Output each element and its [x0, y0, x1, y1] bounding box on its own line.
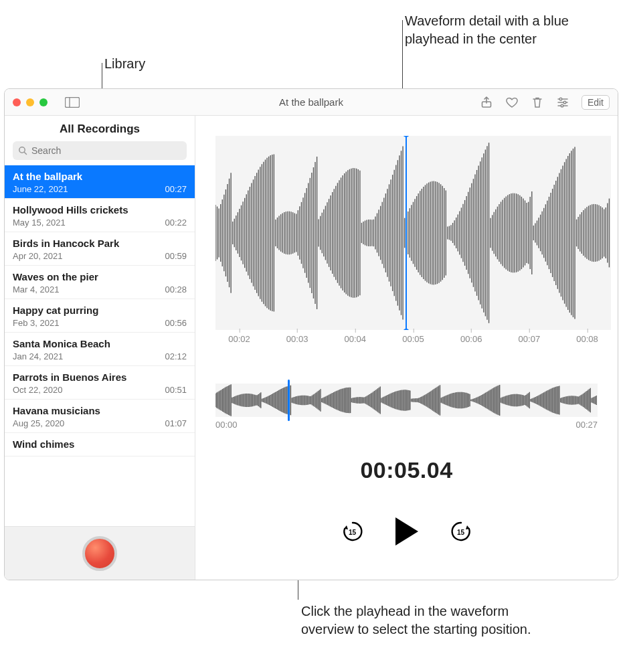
recording-duration: 00:51	[165, 385, 187, 395]
recording-meta: Feb 3, 202100:56	[13, 318, 187, 328]
timeline-tick: 00:02	[228, 334, 250, 344]
recording-item[interactable]: Wind chimes	[5, 433, 195, 456]
zoom-window-icon[interactable]	[39, 98, 48, 106]
recording-name: Hollywood Hills crickets	[13, 204, 187, 216]
close-window-icon[interactable]	[13, 98, 21, 106]
callout-overview-hint: Click the playhead in the waveform overv…	[301, 602, 542, 639]
svg-point-7	[563, 101, 566, 104]
favorite-icon[interactable]	[505, 96, 519, 109]
play-button[interactable]	[395, 517, 418, 545]
search-icon	[18, 146, 27, 155]
playhead[interactable]	[406, 136, 407, 330]
recording-meta: Aug 25, 202001:07	[13, 418, 187, 428]
recording-item[interactable]: Santa Monica BeachJan 24, 202102:12	[5, 333, 195, 366]
sidebar-header: All Recordings	[5, 116, 195, 141]
skip-back-button[interactable]: 15	[341, 519, 365, 543]
recording-duration: 02:12	[165, 351, 187, 361]
recording-duration: 00:56	[165, 318, 187, 328]
recording-item[interactable]: Happy cat purringFeb 3, 202100:56	[5, 299, 195, 333]
waveform-detail[interactable]	[215, 136, 611, 330]
recording-name: Parrots in Buenos Aires	[13, 371, 187, 383]
trash-icon[interactable]	[531, 96, 544, 109]
search-input-wrap[interactable]	[13, 141, 187, 160]
recording-meta: June 22, 202100:27	[13, 184, 187, 194]
edit-button[interactable]: Edit	[582, 95, 610, 110]
sidebar-toggle-button[interactable]	[65, 97, 80, 108]
settings-sliders-icon[interactable]	[556, 96, 569, 109]
window-controls	[13, 98, 48, 106]
recording-date: Jan 24, 2021	[13, 351, 63, 361]
playback-controls: 15 15	[195, 517, 618, 545]
timeline-tick: 00:06	[460, 334, 482, 344]
recording-item[interactable]: Hollywood Hills cricketsMay 15, 202100:2…	[5, 199, 195, 232]
recording-date: June 22, 2021	[13, 184, 68, 194]
record-button[interactable]	[82, 536, 117, 571]
recording-date: Feb 3, 2021	[13, 318, 59, 328]
recording-item[interactable]: Parrots in Buenos AiresOct 22, 202000:51	[5, 366, 195, 400]
recording-name: Havana musicians	[13, 405, 187, 416]
recording-date: Apr 20, 2021	[13, 251, 62, 261]
recording-meta: Jan 24, 202102:12	[13, 351, 187, 361]
recording-date: Mar 4, 2021	[13, 284, 59, 295]
timeline-tick: 00:05	[402, 334, 424, 344]
recording-item[interactable]: Havana musiciansAug 25, 202001:07	[5, 400, 195, 433]
timeline-tick: 00:03	[286, 334, 308, 344]
recording-date: Oct 22, 2020	[13, 385, 62, 395]
minimize-window-icon[interactable]	[26, 98, 34, 106]
svg-line-10	[24, 152, 26, 154]
library-sidebar: All Recordings At the ballparkJune 22, 2…	[5, 116, 195, 580]
record-footer	[5, 526, 195, 580]
recording-name: Birds in Hancock Park	[13, 238, 187, 249]
timeline-tick: 00:08	[576, 334, 598, 344]
recording-item[interactable]: Birds in Hancock ParkApr 20, 202100:59	[5, 232, 195, 266]
recording-date: Aug 25, 2020	[13, 418, 64, 428]
timeline-tick: 00:07	[519, 334, 541, 344]
share-icon[interactable]	[480, 96, 493, 109]
overview-start-label: 00:00	[215, 420, 238, 430]
recording-meta: Oct 22, 202000:51	[13, 385, 187, 395]
recording-meta: Apr 20, 202100:59	[13, 251, 187, 261]
timeline-ruler: 00:0200:0300:0400:0500:0600:0700:08	[215, 334, 611, 353]
recording-date: May 15, 2021	[13, 218, 66, 228]
recording-duration: 00:27	[165, 184, 187, 194]
svg-point-8	[561, 104, 563, 107]
main-panel: 00:0200:0300:0400:0500:0600:0700:08 00:0…	[195, 116, 618, 580]
recording-duration: 01:07	[165, 418, 187, 428]
waveform-overview[interactable]	[215, 384, 598, 417]
recording-item[interactable]: Waves on the pierMar 4, 202100:28	[5, 266, 195, 299]
search-input[interactable]	[31, 145, 181, 156]
recording-duration: 00:59	[165, 251, 187, 261]
recording-meta: Mar 4, 202100:28	[13, 284, 187, 295]
recording-name: Happy cat purring	[13, 305, 187, 316]
recording-item[interactable]: At the ballparkJune 22, 202100:27	[5, 165, 195, 199]
skip-amount-label: 15	[457, 529, 464, 536]
recording-meta: May 15, 202100:22	[13, 218, 187, 228]
app-window: At the ballpark Edit All Recordings	[4, 88, 618, 580]
recording-name: Wind chimes	[13, 438, 187, 450]
timeline-tick: 00:04	[345, 334, 367, 344]
recording-duration: 00:22	[165, 218, 187, 228]
callout-library: Library	[104, 55, 145, 73]
skip-amount-label: 15	[349, 529, 356, 536]
callout-waveform-detail: Waveform detail with a blue playhead in …	[405, 12, 606, 48]
recording-duration: 00:28	[165, 284, 187, 295]
overview-end-label: 00:27	[575, 420, 598, 430]
titlebar: At the ballpark Edit	[5, 89, 618, 116]
recordings-list: At the ballparkJune 22, 202100:27Hollywo…	[5, 165, 195, 526]
recording-name: At the ballpark	[13, 171, 187, 182]
skip-forward-button[interactable]: 15	[449, 519, 473, 543]
svg-point-6	[559, 98, 562, 100]
recording-name: Santa Monica Beach	[13, 338, 187, 349]
recording-name: Waves on the pier	[13, 271, 187, 282]
current-time: 00:05.04	[195, 457, 618, 483]
svg-rect-0	[66, 97, 80, 107]
